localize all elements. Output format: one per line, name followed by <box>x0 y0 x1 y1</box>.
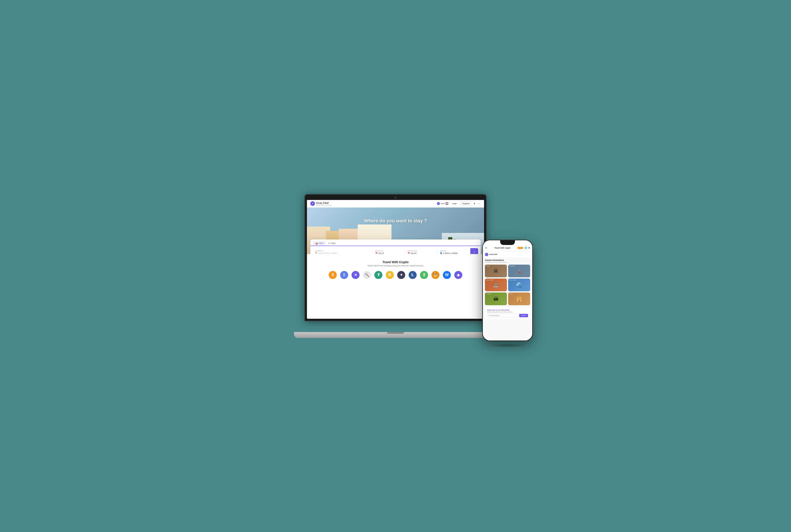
hotel-tab-label: Hotel <box>319 242 323 244</box>
hotel-tab-icon: 🏨 <box>315 242 318 245</box>
logo-sub: TRAVEL WITH CRYPTO <box>316 205 332 206</box>
destinations-subtitle: See what's popular with other travellers <box>485 262 530 263</box>
crypto-btc: ₿ <box>329 271 337 279</box>
laptop-bezel: ✈ XCELTRIP TRAVEL WITH CRYPTO ✕ XLD Logi… <box>305 194 486 321</box>
tab-flight[interactable]: ✈ Flight <box>326 241 338 246</box>
crypto-usdt: ₮ <box>374 271 382 279</box>
crypto-ltc: Ł <box>409 271 417 279</box>
laptop-nav: ✕ XLD Login Register ⬇ ··· <box>437 202 481 206</box>
maldives-blue-label: MALDIVES <box>509 280 517 281</box>
hero-section: Where do you want to stay ? 🏨 Hotel ✈ <box>307 208 484 254</box>
dest-italy[interactable]: 🏛 ITALY <box>485 265 507 277</box>
checkout-label: Check-out <box>408 250 435 251</box>
more-icon[interactable]: ··· <box>477 202 481 205</box>
laptop-device: ✈ XCELTRIP TRAVEL WITH CRYPTO ✕ XLD Logi… <box>300 194 491 338</box>
btc-icon-small: ₿ <box>519 247 519 249</box>
guests-label: Guests <box>440 250 468 251</box>
hero-text-block: Where do you want to stay ? <box>364 218 427 224</box>
laptop-header: ✈ XCELTRIP TRAVEL WITH CRYPTO ✕ XLD Logi… <box>307 200 484 208</box>
checkin-date: Jun 23 <box>378 252 384 254</box>
phone-destinations: Popular Destinations See what's popular … <box>483 258 532 306</box>
scene: ✈ XCELTRIP TRAVEL WITH CRYPTO ✕ XLD Logi… <box>269 187 522 345</box>
logo-icon: ✈ <box>310 201 315 206</box>
crypto-icons: ₿ Ξ ✕ 🔨 ₮ B ✦ Ł ₿ 🐕 W ◈ <box>311 271 480 279</box>
search-tabs: 🏨 Hotel ✈ Flight <box>310 240 481 246</box>
hero-headline: Where do you want to stay ? <box>364 218 427 224</box>
checkout-value: 📅 Jun 24 <box>408 252 435 254</box>
crypto-xcel: ✕ <box>352 271 360 279</box>
phone-btc-badge: ₿ BTC <box>517 247 523 249</box>
destinations-grid: 🏛 ITALY 🗼 FRANCE 🏯 MALDIVES <box>485 265 530 305</box>
phone-inner: ✕ Travel with crypto ₿ BTC 🌐 ☰ <box>483 240 532 341</box>
flight-tab-label: Flight <box>331 242 336 244</box>
phone-logo-text: XCELTRIP <box>489 253 497 255</box>
france-label: FRANCE <box>509 265 515 267</box>
guests-text: 1 Room, 2 Adults <box>443 252 458 254</box>
phone-outer: ✕ Travel with crypto ₿ BTC 🌐 ☰ <box>482 240 533 341</box>
phone-menu-icon[interactable]: ☰ <box>528 247 530 249</box>
btc-label: BTC <box>520 247 522 249</box>
dest-maldives-red[interactable]: 🏯 MALDIVES <box>485 279 507 291</box>
phone-device: ✕ Travel with crypto ₿ BTC 🌐 ☰ <box>482 240 533 341</box>
crypto-section: Travel With Crypto Easily Pay for your b… <box>307 254 484 283</box>
crypto-title: Travel With Crypto <box>311 260 480 264</box>
guests-field[interactable]: Guests 👤 1 Room, 2 Adults <box>438 249 470 254</box>
newsletter-subtitle: Get up-to-date with our latest deals and… <box>487 311 528 312</box>
logo: ✈ XCELTRIP TRAVEL WITH CRYPTO <box>310 201 332 206</box>
phone-logo-icon: ✈ <box>485 253 488 256</box>
guests-icon: 👤 <box>440 252 442 254</box>
checkout-field[interactable]: Check-out 📅 Jun 24 <box>406 249 437 254</box>
laptop-base <box>294 332 497 338</box>
flight-tab-icon: ✈ <box>328 242 330 245</box>
phone-logo-row: ✈ XCELTRIP <box>483 251 532 258</box>
phone-shadow <box>489 343 527 347</box>
checkin-field[interactable]: Check-in 📅 Jun 23 <box>373 249 405 254</box>
phone-header-title: Travel with crypto <box>494 247 511 249</box>
crypto-xld-coin: ◈ <box>454 271 462 279</box>
register-button[interactable]: Register <box>460 202 472 206</box>
phone-flag-icon: 🌐 <box>524 247 527 249</box>
checkin-label: Check-in <box>375 250 403 251</box>
download-icon[interactable]: ⬇ <box>473 202 475 205</box>
crypto-woo: W <box>443 271 451 279</box>
laptop-screen: ✈ XCELTRIP TRAVEL WITH CRYPTO ✕ XLD Logi… <box>307 200 484 319</box>
location-field[interactable]: Location 📍 Search Places, Hotels ... <box>313 249 373 254</box>
flag-icon <box>446 203 448 205</box>
nav-xld[interactable]: ✕ XLD <box>437 202 448 205</box>
dest-india[interactable]: 🕌 INDIA <box>508 292 530 305</box>
italy-label: ITALY <box>486 265 490 267</box>
phone-notch <box>500 240 515 245</box>
crypto-xlm: ✦ <box>397 271 405 279</box>
location-placeholder: Search Places, Hotels ... <box>318 252 339 254</box>
search-fields: Location 📍 Search Places, Hotels ... Che… <box>310 246 481 254</box>
checkout-date: Jun 24 <box>411 252 416 254</box>
newsletter-submit-button[interactable]: Submit <box>519 314 528 317</box>
newsletter-email-input[interactable] <box>487 314 518 317</box>
crypto-bnb: B <box>386 271 394 279</box>
xld-label: XLD <box>441 203 445 205</box>
phone-screen: ✕ Travel with crypto ₿ BTC 🌐 ☰ <box>483 240 532 341</box>
turkey-label: TURKEY <box>486 293 492 294</box>
phone-newsletter: Subscribe to our Newsletter Get up-to-da… <box>485 307 530 319</box>
tab-hotel[interactable]: 🏨 Hotel <box>313 241 326 246</box>
search-button[interactable]: › <box>470 248 478 254</box>
dest-turkey[interactable]: 🏔 TURKEY <box>485 292 507 305</box>
xld-icon: ✕ <box>437 202 440 205</box>
india-label: INDIA <box>509 293 513 294</box>
login-button[interactable]: Login <box>450 202 458 205</box>
destinations-title: Popular Destinations <box>485 259 530 261</box>
checkout-icon: 📅 <box>408 252 410 254</box>
phone-header-right: ₿ BTC 🌐 ☰ <box>517 247 530 249</box>
newsletter-input-row: Submit <box>487 314 528 317</box>
crypto-subtitle: Easily Pay for your bookings using your … <box>311 265 480 267</box>
phone-close-icon[interactable]: ✕ <box>485 246 487 250</box>
crypto-bch: ₿ <box>420 271 428 279</box>
guests-value: 👤 1 Room, 2 Adults <box>440 252 468 254</box>
dest-france[interactable]: 🗼 FRANCE <box>508 265 530 277</box>
crypto-shib: 🐕 <box>431 271 439 279</box>
checkin-value: 📅 Jun 23 <box>375 252 403 254</box>
search-panel: 🏨 Hotel ✈ Flight Location <box>310 240 481 254</box>
crypto-eth: Ξ <box>340 271 348 279</box>
dest-maldives-blue[interactable]: 🌊 MALDIVES <box>508 279 530 291</box>
checkin-icon: 📅 <box>375 252 378 254</box>
